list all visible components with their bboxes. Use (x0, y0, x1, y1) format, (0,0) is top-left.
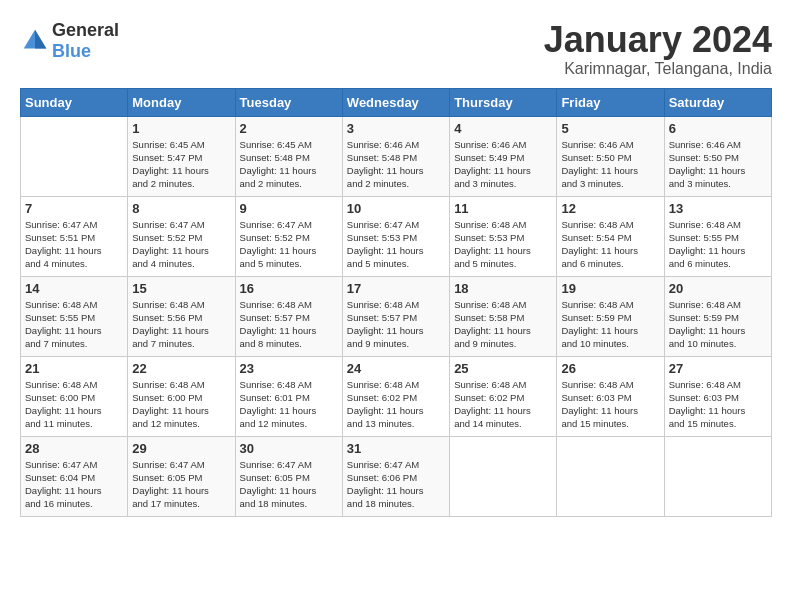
day-info: Sunrise: 6:47 AM Sunset: 5:53 PM Dayligh… (347, 218, 445, 271)
day-info: Sunrise: 6:46 AM Sunset: 5:50 PM Dayligh… (561, 138, 659, 191)
calendar-cell: 7Sunrise: 6:47 AM Sunset: 5:51 PM Daylig… (21, 196, 128, 276)
day-info: Sunrise: 6:47 AM Sunset: 5:52 PM Dayligh… (132, 218, 230, 271)
day-number: 15 (132, 281, 230, 296)
calendar-cell (664, 436, 771, 516)
day-number: 2 (240, 121, 338, 136)
day-number: 26 (561, 361, 659, 376)
svg-marker-1 (35, 30, 46, 49)
logo: General Blue (20, 20, 119, 62)
calendar-cell: 3Sunrise: 6:46 AM Sunset: 5:48 PM Daylig… (342, 116, 449, 196)
day-number: 3 (347, 121, 445, 136)
day-number: 8 (132, 201, 230, 216)
day-number: 30 (240, 441, 338, 456)
day-number: 25 (454, 361, 552, 376)
title-section: January 2024 Karimnagar, Telangana, Indi… (544, 20, 772, 78)
week-row-5: 28Sunrise: 6:47 AM Sunset: 6:04 PM Dayli… (21, 436, 772, 516)
calendar-cell: 21Sunrise: 6:48 AM Sunset: 6:00 PM Dayli… (21, 356, 128, 436)
day-info: Sunrise: 6:48 AM Sunset: 5:54 PM Dayligh… (561, 218, 659, 271)
day-info: Sunrise: 6:48 AM Sunset: 6:02 PM Dayligh… (347, 378, 445, 431)
day-info: Sunrise: 6:48 AM Sunset: 6:03 PM Dayligh… (669, 378, 767, 431)
day-number: 13 (669, 201, 767, 216)
day-number: 11 (454, 201, 552, 216)
day-info: Sunrise: 6:48 AM Sunset: 5:59 PM Dayligh… (561, 298, 659, 351)
day-info: Sunrise: 6:45 AM Sunset: 5:48 PM Dayligh… (240, 138, 338, 191)
day-info: Sunrise: 6:47 AM Sunset: 6:06 PM Dayligh… (347, 458, 445, 511)
day-info: Sunrise: 6:48 AM Sunset: 5:57 PM Dayligh… (240, 298, 338, 351)
day-info: Sunrise: 6:46 AM Sunset: 5:50 PM Dayligh… (669, 138, 767, 191)
day-info: Sunrise: 6:48 AM Sunset: 6:00 PM Dayligh… (25, 378, 123, 431)
calendar-cell: 20Sunrise: 6:48 AM Sunset: 5:59 PM Dayli… (664, 276, 771, 356)
week-row-3: 14Sunrise: 6:48 AM Sunset: 5:55 PM Dayli… (21, 276, 772, 356)
calendar-cell: 10Sunrise: 6:47 AM Sunset: 5:53 PM Dayli… (342, 196, 449, 276)
day-number: 14 (25, 281, 123, 296)
day-info: Sunrise: 6:47 AM Sunset: 5:51 PM Dayligh… (25, 218, 123, 271)
week-row-4: 21Sunrise: 6:48 AM Sunset: 6:00 PM Dayli… (21, 356, 772, 436)
week-row-1: 1Sunrise: 6:45 AM Sunset: 5:47 PM Daylig… (21, 116, 772, 196)
day-header-sunday: Sunday (21, 88, 128, 116)
calendar-cell: 17Sunrise: 6:48 AM Sunset: 5:57 PM Dayli… (342, 276, 449, 356)
day-number: 12 (561, 201, 659, 216)
calendar-table: SundayMondayTuesdayWednesdayThursdayFrid… (20, 88, 772, 517)
calendar-cell: 9Sunrise: 6:47 AM Sunset: 5:52 PM Daylig… (235, 196, 342, 276)
day-number: 10 (347, 201, 445, 216)
day-header-tuesday: Tuesday (235, 88, 342, 116)
day-header-saturday: Saturday (664, 88, 771, 116)
day-info: Sunrise: 6:48 AM Sunset: 6:00 PM Dayligh… (132, 378, 230, 431)
calendar-cell: 16Sunrise: 6:48 AM Sunset: 5:57 PM Dayli… (235, 276, 342, 356)
calendar-cell: 19Sunrise: 6:48 AM Sunset: 5:59 PM Dayli… (557, 276, 664, 356)
day-info: Sunrise: 6:47 AM Sunset: 5:52 PM Dayligh… (240, 218, 338, 271)
calendar-cell: 6Sunrise: 6:46 AM Sunset: 5:50 PM Daylig… (664, 116, 771, 196)
day-info: Sunrise: 6:46 AM Sunset: 5:48 PM Dayligh… (347, 138, 445, 191)
day-number: 24 (347, 361, 445, 376)
calendar-cell: 31Sunrise: 6:47 AM Sunset: 6:06 PM Dayli… (342, 436, 449, 516)
day-info: Sunrise: 6:47 AM Sunset: 6:05 PM Dayligh… (240, 458, 338, 511)
day-info: Sunrise: 6:47 AM Sunset: 6:05 PM Dayligh… (132, 458, 230, 511)
day-header-thursday: Thursday (450, 88, 557, 116)
day-header-monday: Monday (128, 88, 235, 116)
calendar-cell: 28Sunrise: 6:47 AM Sunset: 6:04 PM Dayli… (21, 436, 128, 516)
day-number: 9 (240, 201, 338, 216)
day-number: 4 (454, 121, 552, 136)
day-number: 28 (25, 441, 123, 456)
calendar-cell (21, 116, 128, 196)
day-number: 21 (25, 361, 123, 376)
calendar-cell: 15Sunrise: 6:48 AM Sunset: 5:56 PM Dayli… (128, 276, 235, 356)
calendar-cell: 4Sunrise: 6:46 AM Sunset: 5:49 PM Daylig… (450, 116, 557, 196)
calendar-cell: 13Sunrise: 6:48 AM Sunset: 5:55 PM Dayli… (664, 196, 771, 276)
day-info: Sunrise: 6:48 AM Sunset: 6:01 PM Dayligh… (240, 378, 338, 431)
location-title: Karimnagar, Telangana, India (544, 60, 772, 78)
calendar-cell: 22Sunrise: 6:48 AM Sunset: 6:00 PM Dayli… (128, 356, 235, 436)
day-info: Sunrise: 6:48 AM Sunset: 6:03 PM Dayligh… (561, 378, 659, 431)
header-row: SundayMondayTuesdayWednesdayThursdayFrid… (21, 88, 772, 116)
calendar-cell: 2Sunrise: 6:45 AM Sunset: 5:48 PM Daylig… (235, 116, 342, 196)
calendar-cell: 14Sunrise: 6:48 AM Sunset: 5:55 PM Dayli… (21, 276, 128, 356)
day-info: Sunrise: 6:48 AM Sunset: 5:55 PM Dayligh… (25, 298, 123, 351)
calendar-cell: 29Sunrise: 6:47 AM Sunset: 6:05 PM Dayli… (128, 436, 235, 516)
day-info: Sunrise: 6:48 AM Sunset: 5:58 PM Dayligh… (454, 298, 552, 351)
day-info: Sunrise: 6:48 AM Sunset: 5:56 PM Dayligh… (132, 298, 230, 351)
month-title: January 2024 (544, 20, 772, 60)
calendar-cell (557, 436, 664, 516)
calendar-cell: 8Sunrise: 6:47 AM Sunset: 5:52 PM Daylig… (128, 196, 235, 276)
calendar-cell: 18Sunrise: 6:48 AM Sunset: 5:58 PM Dayli… (450, 276, 557, 356)
day-number: 22 (132, 361, 230, 376)
day-header-wednesday: Wednesday (342, 88, 449, 116)
calendar-cell: 27Sunrise: 6:48 AM Sunset: 6:03 PM Dayli… (664, 356, 771, 436)
day-info: Sunrise: 6:48 AM Sunset: 6:02 PM Dayligh… (454, 378, 552, 431)
day-number: 18 (454, 281, 552, 296)
day-info: Sunrise: 6:48 AM Sunset: 5:57 PM Dayligh… (347, 298, 445, 351)
day-number: 16 (240, 281, 338, 296)
day-number: 23 (240, 361, 338, 376)
calendar-cell: 30Sunrise: 6:47 AM Sunset: 6:05 PM Dayli… (235, 436, 342, 516)
calendar-cell (450, 436, 557, 516)
day-info: Sunrise: 6:48 AM Sunset: 5:59 PM Dayligh… (669, 298, 767, 351)
day-info: Sunrise: 6:48 AM Sunset: 5:53 PM Dayligh… (454, 218, 552, 271)
day-number: 27 (669, 361, 767, 376)
day-number: 7 (25, 201, 123, 216)
day-info: Sunrise: 6:47 AM Sunset: 6:04 PM Dayligh… (25, 458, 123, 511)
logo-blue: Blue (52, 41, 91, 61)
week-row-2: 7Sunrise: 6:47 AM Sunset: 5:51 PM Daylig… (21, 196, 772, 276)
calendar-cell: 26Sunrise: 6:48 AM Sunset: 6:03 PM Dayli… (557, 356, 664, 436)
day-number: 19 (561, 281, 659, 296)
day-number: 5 (561, 121, 659, 136)
